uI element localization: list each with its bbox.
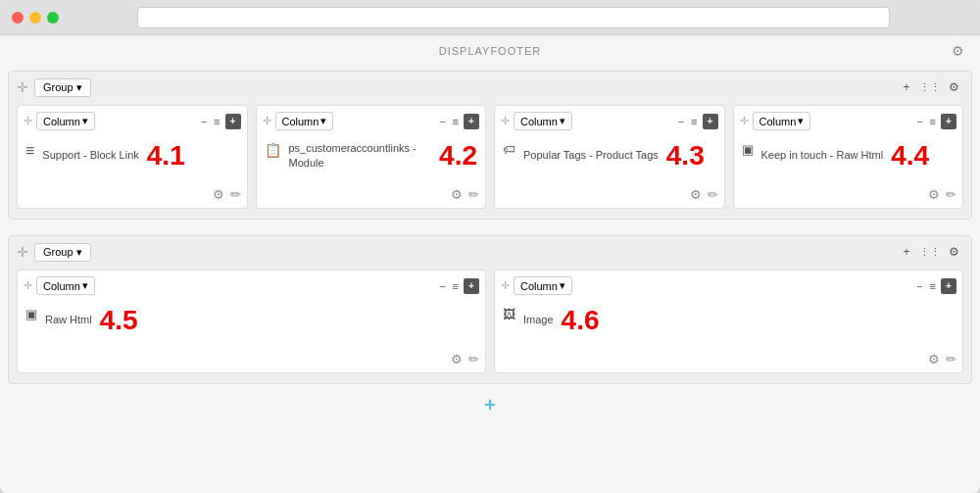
col3-actions: − ≡ + <box>676 114 718 129</box>
col5-minus-btn[interactable]: − <box>437 279 447 293</box>
block-item-2: 📋 ps_customeraccountlinks - Module 4.2 <box>263 136 480 175</box>
col6-minus-btn[interactable]: − <box>914 279 924 293</box>
group-1-actions: + ⋮⋮ ⚙ <box>897 77 963 97</box>
col4-edit-icon[interactable]: ✏ <box>946 187 956 202</box>
col3-edit-icon[interactable]: ✏ <box>708 187 718 202</box>
column-2-button[interactable]: Column ▾ <box>275 112 334 130</box>
group-2-add-button[interactable]: + <box>897 242 916 262</box>
group-2-grid-button[interactable]: ⋮⋮ <box>920 242 940 262</box>
group-1-grid-button[interactable]: ⋮⋮ <box>920 77 940 97</box>
maximize-button[interactable] <box>47 12 59 24</box>
content: DISPLAYFOOTER ⚙ ✛ Group ▾ + ⋮⋮ ⚙ <box>0 35 980 493</box>
column-6-header: ✛ Column ▾ − ≡ + <box>501 276 956 295</box>
column-block-6: ✛ Column ▾ − ≡ + 🖼 <box>494 270 963 373</box>
column-3-header: ✛ Column ▾ − ≡ + <box>501 112 718 130</box>
column-4-button[interactable]: Column ▾ <box>753 112 811 130</box>
col2-drag[interactable]: ✛ <box>263 115 271 127</box>
address-bar[interactable] <box>137 7 890 28</box>
col5-drag[interactable]: ✛ <box>24 279 32 292</box>
column-block-4: ✛ Column ▾ − ≡ + ▣ <box>733 105 964 209</box>
col4-list-btn[interactable]: ≡ <box>928 115 938 128</box>
col3-drag[interactable]: ✛ <box>501 115 510 127</box>
col2-settings-icon[interactable]: ⚙ <box>451 187 463 202</box>
col4-settings-icon[interactable]: ⚙ <box>928 187 940 202</box>
column-1-header: ✛ Column ▾ − ≡ + <box>24 112 241 130</box>
close-button[interactable] <box>12 12 24 24</box>
col6-plus-btn[interactable]: + <box>941 278 956 294</box>
block-icon-1: ≡ <box>25 142 34 160</box>
group-1-settings-button[interactable]: ⚙ <box>944 77 963 97</box>
section-divider <box>0 223 980 231</box>
col5-footer: ⚙ ✏ <box>24 348 479 367</box>
group-2-header-left: ✛ Group ▾ <box>17 243 91 262</box>
col6-footer: ⚙ ✏ <box>501 348 956 367</box>
traffic-lights <box>12 12 59 24</box>
col4-drag[interactable]: ✛ <box>740 115 749 127</box>
col3-minus-btn[interactable]: − <box>676 115 686 128</box>
group-1-button[interactable]: Group ▾ <box>34 78 91 97</box>
col1-drag[interactable]: ✛ <box>24 115 32 127</box>
col6-edit-icon[interactable]: ✏ <box>946 352 956 367</box>
group-2-header: ✛ Group ▾ + ⋮⋮ ⚙ <box>17 242 963 262</box>
col3-settings-icon[interactable]: ⚙ <box>690 187 702 202</box>
titlebar <box>0 0 980 35</box>
gear-icon[interactable]: ⚙ <box>952 43 964 59</box>
bottom-add-button[interactable]: + <box>0 394 980 417</box>
column-3-button[interactable]: Column ▾ <box>514 112 572 130</box>
col1-edit-icon[interactable]: ✏ <box>230 187 241 202</box>
column-5-button[interactable]: Column ▾ <box>36 276 95 295</box>
block-icon-6: 🖼 <box>503 307 515 321</box>
column-4-header: ✛ Column ▾ − ≡ + <box>740 112 957 130</box>
col6-actions: − ≡ + <box>914 278 956 294</box>
column-6-button[interactable]: Column ▾ <box>514 276 572 295</box>
minimize-button[interactable] <box>29 12 41 24</box>
col3-plus-btn[interactable]: + <box>703 114 718 129</box>
column-5-header: ✛ Column ▾ − ≡ + <box>24 276 479 295</box>
group-section-2: ✛ Group ▾ + ⋮⋮ ⚙ ✛ <box>8 235 972 384</box>
col2-footer: ⚙ ✏ <box>263 183 480 202</box>
col1-list-btn[interactable]: ≡ <box>212 115 221 128</box>
col5-edit-icon[interactable]: ✏ <box>468 352 479 367</box>
block-icon-4: ▣ <box>742 142 754 157</box>
col6-drag[interactable]: ✛ <box>501 279 510 292</box>
col4-minus-btn[interactable]: − <box>914 115 924 128</box>
col6-list-btn[interactable]: ≡ <box>928 279 938 293</box>
group-2-columns: ✛ Column ▾ − ≡ + ▣ <box>17 270 963 373</box>
group-1-header-left: ✛ Group ▾ <box>17 78 91 97</box>
col5-settings-icon[interactable]: ⚙ <box>451 352 463 367</box>
group-1-add-button[interactable]: + <box>897 77 916 97</box>
column-1-button[interactable]: Column ▾ <box>36 112 95 130</box>
col4-plus-btn[interactable]: + <box>941 114 956 129</box>
header-bar: DISPLAYFOOTER ⚙ <box>0 35 980 67</box>
col1-minus-btn[interactable]: − <box>199 115 209 128</box>
page-title: DISPLAYFOOTER <box>439 45 541 57</box>
column-block-5: ✛ Column ▾ − ≡ + ▣ <box>17 270 486 373</box>
col5-list-btn[interactable]: ≡ <box>451 279 461 293</box>
col3-footer: ⚙ ✏ <box>501 183 718 202</box>
block-icon-3: 🏷 <box>503 142 515 157</box>
col2-edit-icon[interactable]: ✏ <box>468 187 479 202</box>
group-1-header: ✛ Group ▾ + ⋮⋮ ⚙ <box>17 77 963 97</box>
col2-plus-btn[interactable]: + <box>464 114 479 129</box>
block-icon-2: 📋 <box>265 142 281 158</box>
block-icon-5: ▣ <box>25 307 37 321</box>
column-block-1: ✛ Column ▾ − ≡ + ≡ <box>17 105 248 209</box>
group-2-settings-button[interactable]: ⚙ <box>944 242 963 262</box>
group-1-columns: ✛ Column ▾ − ≡ + ≡ <box>17 105 963 209</box>
col1-plus-btn[interactable]: + <box>225 114 241 129</box>
window: DISPLAYFOOTER ⚙ ✛ Group ▾ + ⋮⋮ ⚙ <box>0 0 980 493</box>
col6-settings-icon[interactable]: ⚙ <box>928 352 940 367</box>
col5-actions: − ≡ + <box>437 278 479 294</box>
drag-handle-1[interactable]: ✛ <box>17 79 28 95</box>
drag-handle-2[interactable]: ✛ <box>17 244 28 260</box>
col1-footer: ⚙ ✏ <box>24 183 241 202</box>
group-2-actions: + ⋮⋮ ⚙ <box>897 242 963 262</box>
col5-plus-btn[interactable]: + <box>464 278 479 294</box>
col3-list-btn[interactable]: ≡ <box>689 115 699 128</box>
col1-settings-icon[interactable]: ⚙ <box>213 187 224 202</box>
col2-list-btn[interactable]: ≡ <box>451 115 461 128</box>
group-2-button[interactable]: Group ▾ <box>34 243 91 262</box>
block-item-1: ≡ Support - Block Link 4.1 <box>24 136 241 175</box>
col4-footer: ⚙ ✏ <box>740 183 957 202</box>
col2-minus-btn[interactable]: − <box>437 115 447 128</box>
